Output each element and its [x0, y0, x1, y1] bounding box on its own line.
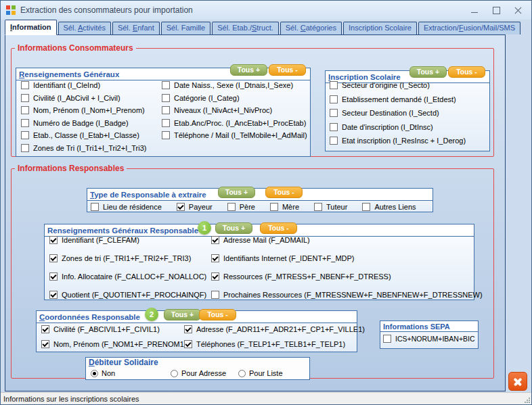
checkbox-label: Info. Allocataire (F_CALLOC+F_NOALLOC): [62, 272, 206, 281]
tous-plus-button[interactable]: Tous +: [218, 187, 255, 198]
close-icon: [514, 7, 522, 14]
checkbox-item[interactable]: Identifiant (F_CLEFAM): [49, 235, 206, 245]
tous-plus-button[interactable]: Tous +: [230, 64, 267, 76]
checkbox-column: Civilité (F_ABCIVIL1+F_CIVIL1) Nom, Prén…: [41, 325, 187, 354]
checkbox-label: Civilité (F_ABCIVIL1+F_CIVIL1): [53, 325, 160, 333]
box-title-inscription-scolaire: Inscription Scolaire: [328, 73, 401, 81]
radio-circle: [171, 370, 178, 377]
checkbox-box: [49, 291, 58, 299]
close-dialog-button[interactable]: [508, 372, 527, 391]
checkbox-label: Catégorie (I_Categ): [174, 94, 240, 102]
box-debiteur-solidaire: Débiteur Solidaire Non Pour Adresse Pour…: [85, 357, 310, 380]
box-header: Débiteur Solidaire: [86, 358, 309, 367]
checkbox-box: [211, 254, 219, 262]
checkbox-item[interactable]: Autres Liens: [362, 202, 416, 212]
tab[interactable]: Information: [5, 20, 57, 35]
checkbox-item[interactable]: Zones de Tri (I_Tri1+I_Tri2+I_Tri3): [21, 143, 147, 153]
checkbox-item[interactable]: Prochaines Ressources (F_MTRESSNEW+F_NBE…: [211, 290, 483, 300]
group-title-consommateurs: Informations Consommateurs: [15, 43, 136, 53]
box-title-renseignements-responsable: Renseignements Généraux Responsable: [47, 227, 198, 235]
resize-grip[interactable]: [524, 397, 531, 404]
checkbox-item[interactable]: ICS+NORUM+IBAN+BIC: [383, 334, 475, 343]
checkbox-item[interactable]: Nom, Prénom (I_Nom+I_Prenom): [21, 105, 147, 115]
checkbox-box: [21, 106, 29, 114]
tab[interactable]: Sél. Etab./Struct.: [212, 22, 279, 34]
tab[interactable]: Sél. Activités: [58, 22, 111, 34]
checkbox-box: [184, 325, 192, 333]
tab[interactable]: Sél. Catégories: [280, 22, 342, 34]
checkbox-item[interactable]: Téléphones (F_TELP1+F_TELB1+F_TELP1): [184, 339, 365, 349]
tab[interactable]: Extraction/Fusion/Mail/SMS: [418, 22, 520, 34]
checkbox-label: Téléphone / Mail (I_TelMobile+I_AdMail): [174, 131, 307, 139]
checkbox-box: [49, 236, 58, 244]
titlebar[interactable]: Extraction des consommateurs pour import…: [1, 1, 531, 20]
tous-plus-button[interactable]: Tous +: [409, 66, 447, 78]
checkbox-label: Nom, Prénom (I_Nom+I_Prenom): [33, 106, 145, 114]
window-close-button[interactable]: [507, 1, 529, 20]
radio-item[interactable]: Pour Liste: [238, 368, 283, 378]
minimize-button[interactable]: [464, 1, 485, 20]
checkbox-item[interactable]: Mère: [270, 202, 299, 212]
checkbox-item[interactable]: Identifiants Internet (F_IDENT+F_MDP): [211, 254, 483, 263]
checkbox-item[interactable]: Etablissement demandé (I_Etdest): [330, 95, 466, 104]
tous-plus-button[interactable]: Tous +: [215, 222, 252, 234]
tab-label: Sél. Catégories: [286, 24, 336, 32]
checkbox-box: [41, 325, 49, 333]
checkbox-item[interactable]: Tuteur: [314, 202, 347, 212]
checkbox-label: Nom, Prénom (F_NOM1+F_PRENOM1): [53, 340, 187, 348]
checkbox-item[interactable]: Niveaux (I_NivAct+I_NivProc): [162, 105, 307, 115]
checkbox-item[interactable]: Date Naiss., Sexe (I_Dtnais,I_Sexe): [162, 80, 307, 90]
maximize-button[interactable]: [485, 1, 507, 20]
box-title-coordonnees-responsable: Coordonnées Responsable: [39, 313, 140, 321]
checkbox-item[interactable]: Identifiant (I_CleInd): [21, 80, 147, 90]
checkbox-item[interactable]: Civilité (F_ABCIVIL1+F_CIVIL1): [41, 325, 187, 334]
status-bar: Informations sur les inscriptions scolai…: [1, 392, 531, 404]
checkbox-item[interactable]: Civilité (I_AbCivil + I_Civil): [21, 93, 147, 103]
checkbox-box: [330, 95, 338, 103]
checkbox-item[interactable]: Numéro de Badge (I_Badge): [21, 118, 147, 128]
checkbox-item[interactable]: Info. Allocataire (F_CALLOC+F_NOALLOC): [49, 272, 206, 281]
checkbox-item[interactable]: Téléphone / Mail (I_TelMobile+I_AdMail): [162, 130, 307, 140]
checkbox-box: [41, 340, 49, 348]
checkbox-item[interactable]: Adresse Mail (F_ADMAIL): [211, 235, 483, 245]
tab[interactable]: Sél. Enfant: [112, 22, 160, 34]
radio-item[interactable]: Pour Adresse: [171, 368, 238, 378]
tous-minus-button[interactable]: Tous -: [269, 64, 306, 76]
checkbox-column: ICS+NORUM+IBAN+BIC: [383, 334, 475, 343]
close-x-icon: [513, 377, 523, 386]
checkbox-column: Adresse (F_ADR11+F_ADR21+F_CP1+F_VILLE1)…: [184, 325, 365, 354]
checkbox-item[interactable]: Secteur d'origine (I_Secto): [330, 80, 466, 90]
checkbox-item[interactable]: Payeur: [177, 202, 213, 212]
checkbox-label: Adresse Mail (F_ADMAIL): [223, 236, 310, 244]
checkbox-item[interactable]: Catégorie (I_Categ): [162, 93, 307, 103]
tous-minus-button[interactable]: Tous -: [260, 222, 297, 234]
checkbox-item[interactable]: Zones de tri (F_TRI1+F_TRI2+F_TRI3): [49, 254, 206, 263]
checkbox-box: [162, 119, 170, 127]
checkbox-label: Etab., Classe (I_Etab+I_Classe): [33, 131, 139, 139]
box-coordonnees-responsable: Coordonnées Responsable 2 Tous + Tous - …: [36, 310, 357, 352]
checkbox-item[interactable]: Date d'inscription (I_DtInsc): [330, 122, 466, 132]
step-badge-2: 2: [145, 308, 158, 321]
checkbox-item[interactable]: Lieu de résidence: [91, 202, 162, 212]
tous-plus-button[interactable]: Tous +: [164, 309, 201, 320]
checkbox-item[interactable]: Etab.Anc/Proc. (I_AncEtab+I_ProcEtab): [162, 118, 307, 128]
tab[interactable]: Sél. Famille: [161, 22, 210, 34]
tab[interactable]: Inscription Scolaire: [343, 22, 417, 34]
checkbox-box: [330, 137, 338, 145]
checkbox-item[interactable]: Quotient (F_QUOTIENT+F_PROCHAINQF): [49, 290, 206, 300]
checkbox-item[interactable]: Etat inscription (I_ResInsc + I_Derog): [330, 136, 466, 145]
checkbox-item[interactable]: Nom, Prénom (F_NOM1+F_PRENOM1): [41, 339, 187, 349]
checkbox-column: Secteur d'origine (I_Secto) Etablissemen…: [330, 80, 466, 150]
checkbox-item[interactable]: Adresse (F_ADR11+F_ADR21+F_CP1+F_VILLE1): [184, 325, 365, 334]
tous-minus-button[interactable]: Tous -: [265, 187, 303, 198]
checkbox-item[interactable]: Père: [227, 202, 255, 212]
checkbox-item[interactable]: Ressources (F_MTRESS+F_NBENF+F_DTRESS): [211, 272, 483, 281]
checkbox-column: Date Naiss., Sexe (I_Dtnais,I_Sexe) Caté…: [162, 80, 307, 143]
checkbox-item[interactable]: Secteur Destination (I_Sectd): [330, 108, 466, 118]
radio-item[interactable]: Non: [91, 368, 171, 378]
checkbox-item[interactable]: Etab., Classe (I_Etab+I_Classe): [21, 130, 147, 140]
tous-minus-button[interactable]: Tous -: [448, 66, 485, 78]
tab-label: Information: [10, 23, 51, 31]
checkbox-label: Zones de Tri (I_Tri1+I_Tri2+I_Tri3): [33, 144, 147, 152]
tous-minus-button[interactable]: Tous -: [199, 309, 236, 320]
